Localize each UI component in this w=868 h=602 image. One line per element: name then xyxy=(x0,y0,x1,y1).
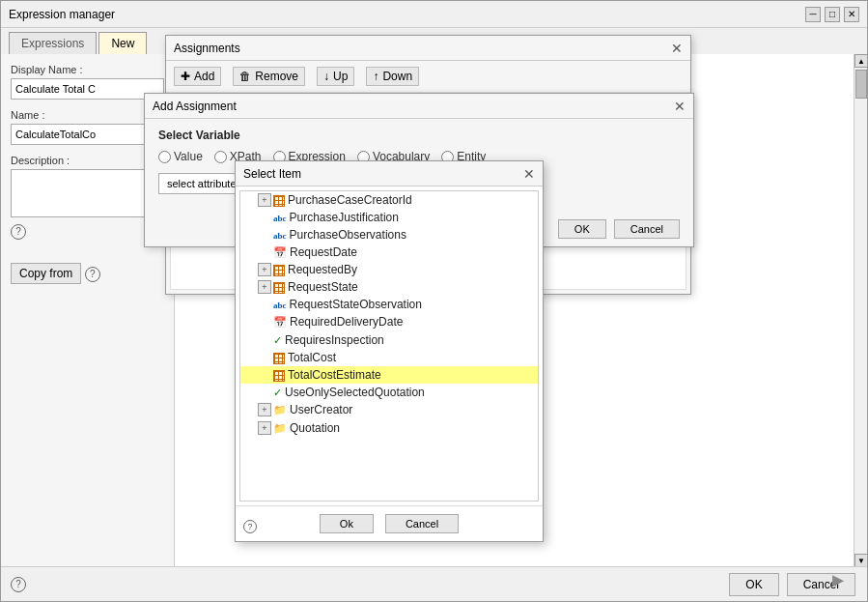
maximize-button[interactable]: □ xyxy=(825,7,840,22)
add-assignment-close-icon[interactable]: ✕ xyxy=(674,100,686,113)
tree-item[interactable]: abcPurchaseJustification xyxy=(240,209,538,226)
trash-icon: 🗑 xyxy=(239,70,251,83)
assignments-title: Assignments xyxy=(174,42,240,55)
display-name-group: Display Name : xyxy=(11,64,164,100)
tree-item[interactable]: 📅RequiredDeliveryDate xyxy=(240,313,538,330)
select-item-title: Select Item xyxy=(243,167,301,181)
select-item-body: +PurchaseCaseCreatorIdabcPurchaseJustifi… xyxy=(236,186,543,505)
copy-from-help-icon[interactable]: ? xyxy=(85,267,100,282)
scroll-thumb[interactable] xyxy=(855,70,867,99)
window-controls: ─ □ ✕ xyxy=(805,7,859,22)
description-label: Description : xyxy=(11,155,164,166)
down-arrow-icon: ↑ xyxy=(373,70,378,83)
add-assignment-titlebar: Add Assignment ✕ xyxy=(145,94,693,119)
copy-from-button[interactable]: Copy from xyxy=(11,263,81,284)
select-cancel-button[interactable]: Cancel xyxy=(385,514,459,533)
assignments-close-icon[interactable]: ✕ xyxy=(671,42,683,55)
add-ok-button[interactable]: OK xyxy=(558,219,606,239)
name-group: Name : xyxy=(11,109,164,145)
expr-manager-title: Expression manager xyxy=(9,8,115,21)
name-label: Name : xyxy=(11,109,164,121)
tree-item[interactable]: TotalCost xyxy=(240,349,538,366)
scroll-up-button[interactable]: ▲ xyxy=(854,54,867,68)
description-group: Description : ? xyxy=(11,155,164,240)
expression-manager-window: Expression manager ─ □ ✕ Expressions New… xyxy=(0,0,868,602)
scroll-down-button[interactable]: ▼ xyxy=(854,554,867,567)
radio-value-input[interactable] xyxy=(158,151,171,163)
bottom-help-icon[interactable]: ? xyxy=(11,577,26,592)
select-item-titlebar: Select Item ✕ xyxy=(236,161,543,186)
expr-manager-titlebar: Expression manager ─ □ ✕ xyxy=(1,1,867,28)
up-toolbar-button[interactable]: ↓ Up xyxy=(317,67,354,86)
description-help-icon[interactable]: ? xyxy=(11,224,26,240)
assignments-toolbar: ✚ Add 🗑 Remove ↓ Up ↑ Down xyxy=(166,61,690,93)
tree-item[interactable]: abcRequestStateObservation xyxy=(240,296,538,313)
select-item-buttons: ? Ok Cancel xyxy=(236,505,543,541)
tree-item[interactable]: +RequestedBy xyxy=(240,261,538,278)
radio-xpath-input[interactable] xyxy=(214,151,227,163)
remove-toolbar-button[interactable]: 🗑 Remove xyxy=(233,67,305,86)
tree-container[interactable]: +PurchaseCaseCreatorIdabcPurchaseJustifi… xyxy=(239,190,539,502)
tree-item[interactable]: ✓UseOnlySelectedQuotation xyxy=(240,384,538,401)
close-button[interactable]: ✕ xyxy=(844,7,859,22)
tree-item[interactable]: +📁Quotation xyxy=(240,419,538,437)
tree-item[interactable]: 📅RequestDate xyxy=(240,244,538,261)
add-toolbar-button[interactable]: ✚ Add xyxy=(174,67,221,86)
add-icon: ✚ xyxy=(181,70,190,83)
select-item-close-icon[interactable]: ✕ xyxy=(523,167,535,181)
tab-new[interactable]: New xyxy=(98,32,147,54)
tree-item[interactable]: +RequestState xyxy=(240,278,538,296)
assignments-titlebar: Assignments ✕ xyxy=(166,36,690,61)
tree-item[interactable]: +PurchaseCaseCreatorId xyxy=(240,191,538,209)
tree-item[interactable]: +📁UserCreator xyxy=(240,401,538,418)
minimize-button[interactable]: ─ xyxy=(805,7,821,22)
tree-item[interactable]: TotalCostEstimate xyxy=(240,366,538,384)
display-name-label: Display Name : xyxy=(11,64,164,75)
ok-button[interactable]: OK xyxy=(729,573,778,596)
down-toolbar-button[interactable]: ↑ Down xyxy=(366,67,419,86)
copy-from-group: Copy from ? xyxy=(11,259,164,284)
scroll-right-arrow: ► xyxy=(828,569,848,591)
add-assignment-title: Add Assignment xyxy=(153,100,237,113)
tab-expressions[interactable]: Expressions xyxy=(9,32,97,54)
select-item-help-icon[interactable]: ? xyxy=(243,520,257,533)
tree-item[interactable]: ✓RequiresInspection xyxy=(240,331,538,349)
name-input[interactable] xyxy=(11,124,164,145)
radio-value[interactable]: Value xyxy=(158,150,203,163)
display-name-input[interactable] xyxy=(11,78,164,100)
select-variable-label: Select Variable xyxy=(158,129,680,142)
select-item-dialog: Select Item ✕ +PurchaseCaseCreatorIdabcP… xyxy=(235,160,544,542)
up-arrow-icon: ↓ xyxy=(323,70,329,83)
tree-item[interactable]: abcPurchaseObservations xyxy=(240,226,538,244)
bottom-bar: ? OK Cancel ► xyxy=(1,566,867,601)
add-cancel-button[interactable]: Cancel xyxy=(614,219,680,239)
right-scrollbar[interactable]: ▲ ▼ xyxy=(854,54,867,567)
select-ok-button[interactable]: Ok xyxy=(320,514,374,533)
description-textarea[interactable] xyxy=(11,169,164,217)
